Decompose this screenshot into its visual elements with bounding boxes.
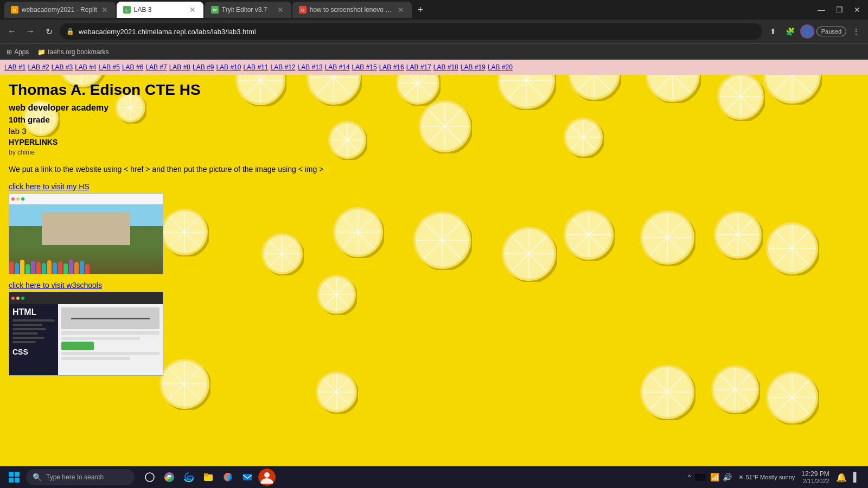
close-button[interactable]: ✕	[851, 4, 864, 15]
tab-1-close[interactable]: ✕	[100, 5, 109, 14]
system-tray: ^ ⌨ 📶 🔊	[688, 472, 732, 483]
nav-lab12[interactable]: LAB #12	[270, 63, 295, 71]
start-button[interactable]	[4, 467, 24, 487]
svg-line-108	[526, 75, 545, 80]
chrome-icon[interactable]	[161, 468, 178, 486]
w3schools-image: HTML CSS	[9, 292, 163, 376]
subtitle: web developer academy	[9, 103, 859, 113]
svg-point-325	[666, 391, 668, 393]
link2[interactable]: click here to visit w3schools	[9, 281, 859, 290]
tab-4-close[interactable]: ✕	[397, 5, 405, 14]
nav-lab11[interactable]: LAB #11	[243, 63, 268, 71]
by-author: by chime	[9, 149, 859, 156]
svg-line-294	[184, 384, 201, 400]
nav-lab13[interactable]: LAB #13	[298, 63, 323, 71]
search-input: Type here to search	[46, 473, 104, 481]
svg-line-8	[66, 75, 81, 79]
profile-button[interactable]: 👤	[800, 24, 814, 38]
taehs-label: taehs.org bookmarks	[48, 48, 108, 56]
link2-item: click here to visit w3schools HTML	[9, 281, 859, 376]
folder-icon: 📁	[37, 48, 46, 56]
toolbar-right: ⬆ 🧩 👤 Paused ⋮	[765, 24, 864, 39]
taskbar-right: ^ ⌨ 📶 🔊 ☀ 51°F Mostly sunny 12:29 PM 2/1…	[688, 470, 864, 484]
nav-lab3[interactable]: LAB #3	[52, 63, 73, 71]
webpage-content: LAB #1 LAB #2 LAB #3 LAB #4 LAB #5 LAB #…	[0, 60, 868, 466]
show-desktop-button[interactable]: ▌	[853, 472, 859, 482]
avatar-icon[interactable]	[258, 468, 276, 486]
lab-num: lab 3	[9, 126, 859, 136]
clock[interactable]: 12:29 PM 2/11/2022	[801, 470, 829, 484]
tab-4[interactable]: G how to screenshot lenovo - Goo... ✕	[292, 2, 412, 18]
tab-3-title: Tryit Editor v3.7	[222, 6, 273, 14]
nav-lab5[interactable]: LAB #5	[99, 63, 120, 71]
tab-3-close[interactable]: ✕	[276, 5, 285, 14]
svg-point-61	[333, 76, 335, 79]
svg-point-304	[318, 374, 355, 410]
firefox-icon[interactable]	[219, 468, 237, 486]
paused-badge[interactable]: Paused	[816, 27, 846, 36]
restore-button[interactable]: ❐	[833, 4, 846, 15]
forward-button[interactable]: →	[23, 24, 38, 39]
svg-line-106	[507, 75, 526, 80]
svg-line-344	[775, 397, 792, 414]
nav-lab16[interactable]: LAB #16	[379, 63, 404, 71]
explorer-icon[interactable]	[200, 468, 217, 486]
tab-2-close[interactable]: ✕	[188, 5, 197, 14]
nav-lab9[interactable]: LAB #9	[193, 63, 214, 71]
nav-lab4[interactable]: LAB #4	[75, 63, 96, 71]
tab-1[interactable]: R webacademy2021 - Replit ✕	[4, 2, 116, 18]
nav-lab7[interactable]: LAB #7	[145, 63, 167, 71]
tab-3-favicon: W	[211, 6, 219, 14]
notifications-icon[interactable]: 🔔	[836, 472, 847, 483]
taskbar-search[interactable]: 🔍 Type here to search	[26, 469, 135, 485]
share-icon[interactable]: ⬆	[765, 24, 781, 39]
nav-lab17[interactable]: LAB #17	[406, 63, 431, 71]
apps-icon: ⊞	[7, 48, 12, 56]
volume-icon[interactable]: 🔊	[723, 473, 732, 481]
svg-point-302	[318, 374, 358, 414]
tab-2[interactable]: L LAB 3 ✕	[117, 2, 203, 18]
new-tab-button[interactable]: +	[413, 2, 428, 17]
svg-text:R: R	[13, 8, 16, 13]
tray-arrow[interactable]: ^	[688, 473, 691, 481]
link1[interactable]: click here to visit my HS	[9, 182, 859, 191]
svg-line-60	[334, 75, 352, 78]
svg-line-312	[336, 379, 349, 392]
reload-button[interactable]: ↻	[41, 24, 56, 39]
address-input[interactable]: 🔒 webacademy2021.chimelama.repl.co/labs/…	[60, 23, 762, 40]
menu-icon[interactable]: ⋮	[848, 24, 864, 39]
lemon-icon	[765, 370, 819, 425]
apps-bookmark[interactable]: ⊞ Apps	[7, 48, 29, 56]
keyboard-icon[interactable]: ⌨	[694, 472, 707, 483]
extensions-icon[interactable]: 🧩	[783, 24, 798, 39]
nav-lab20[interactable]: LAB #20	[488, 63, 513, 71]
nav-lab19[interactable]: LAB #19	[461, 63, 486, 71]
tab-2-favicon: L	[123, 6, 131, 14]
back-button[interactable]: ←	[4, 24, 20, 39]
tab-bar: R webacademy2021 - Replit ✕ L LAB 3 ✕ W …	[0, 0, 868, 20]
description: We put a link to the website using < hre…	[9, 165, 859, 174]
nav-lab8[interactable]: LAB #8	[169, 63, 190, 71]
nav-lab1[interactable]: LAB #1	[4, 63, 25, 71]
svg-line-318	[667, 392, 685, 410]
taehs-bookmark[interactable]: 📁 taehs.org bookmarks	[37, 48, 108, 56]
address-bar: ← → ↻ 🔒 webacademy2021.chimelama.repl.co…	[0, 20, 868, 43]
nav-lab2[interactable]: LAB #2	[28, 63, 49, 71]
nav-lab6[interactable]: LAB #6	[122, 63, 143, 71]
edge-icon[interactable]	[180, 468, 197, 486]
svg-line-58	[316, 75, 334, 78]
nav-lab18[interactable]: LAB #18	[433, 63, 458, 71]
mail-icon[interactable]	[239, 468, 256, 486]
lemon-icon	[315, 370, 358, 414]
link1-item: click here to visit my HS	[9, 182, 859, 274]
clock-date: 2/11/2022	[801, 478, 829, 484]
network-icon[interactable]: 📶	[710, 473, 719, 481]
hyperlinks-label: HYPERLINKS	[9, 138, 859, 146]
tab-3[interactable]: W Tryit Editor v3.7 ✕	[205, 2, 291, 18]
taskview-icon[interactable]	[141, 468, 158, 486]
window-controls: — ❐ ✕	[814, 4, 864, 15]
nav-lab14[interactable]: LAB #14	[325, 63, 350, 71]
minimize-button[interactable]: —	[814, 4, 828, 15]
nav-lab10[interactable]: LAB #10	[216, 63, 241, 71]
nav-lab15[interactable]: LAB #15	[352, 63, 377, 71]
